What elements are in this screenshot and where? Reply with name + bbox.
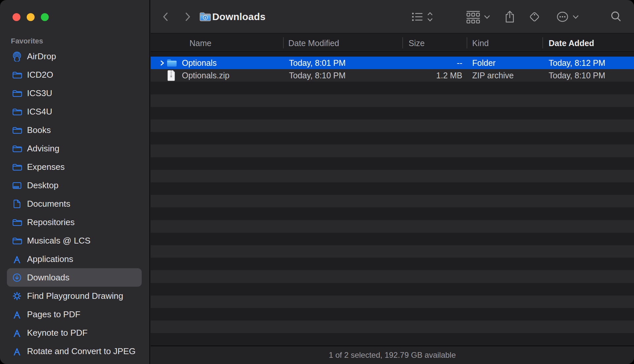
app-store-icon xyxy=(12,328,22,338)
group-by-button[interactable] xyxy=(466,0,491,34)
sidebar-item-icd2o[interactable]: ICD2O xyxy=(7,65,142,84)
folder-icon xyxy=(12,236,22,246)
folder-icon xyxy=(12,217,22,227)
sidebar-item-label: Downloads xyxy=(27,273,70,283)
sidebar: Favorites AirDrop ICD2O ICS3U ICS4U Book… xyxy=(0,0,150,364)
chevron-down-icon xyxy=(485,16,489,18)
forward-button[interactable] xyxy=(184,0,191,34)
folder-icon xyxy=(12,70,22,80)
sidebar-item-label: ICD2O xyxy=(27,70,53,80)
file-date-modified: Today, 8:01 PM xyxy=(289,57,346,69)
column-header-date-added[interactable]: Date Added xyxy=(549,34,594,52)
sidebar-item-label: Expenses xyxy=(27,162,65,172)
desktop-icon xyxy=(12,180,22,191)
sidebar-item-label: Books xyxy=(27,125,51,135)
sidebar-item-rotate-and-convert-to-jpeg[interactable]: Rotate and Convert to JPEG xyxy=(7,342,142,360)
file-date-added: Today, 8:12 PM xyxy=(549,57,605,69)
sidebar-item-label: Desktop xyxy=(27,180,58,191)
file-kind: Folder xyxy=(472,57,496,69)
file-date-modified: Today, 8:10 PM xyxy=(289,69,346,82)
view-options-button[interactable] xyxy=(412,0,435,34)
disclosure-chevron-icon[interactable] xyxy=(160,57,164,69)
sidebar-item-find-playground-drawing[interactable]: Find Playground Drawing xyxy=(7,287,142,305)
sidebar-item-label: Advising xyxy=(27,143,59,154)
sidebar-item-label: Musicals @ LCS xyxy=(27,236,91,246)
folder-icon xyxy=(12,107,22,117)
share-button[interactable] xyxy=(504,0,516,34)
sidebar-item-label: Pages to PDF xyxy=(27,309,80,320)
column-header-name[interactable]: Name xyxy=(189,34,212,52)
file-list: Optionals Today, 8:01 PM -- Folder Today… xyxy=(151,53,634,346)
folder-icon xyxy=(12,162,22,172)
search-button[interactable] xyxy=(610,0,623,34)
sidebar-item-label: Keynote to PDF xyxy=(27,328,88,338)
app-store-icon xyxy=(12,309,22,320)
sidebar-items: AirDrop ICD2O ICS3U ICS4U Books Advising xyxy=(0,47,149,360)
file-row-optionals-zip[interactable]: Optionals.zip Today, 8:10 PM 1.2 MB ZIP … xyxy=(151,69,634,82)
file-kind: ZIP archive xyxy=(472,69,514,82)
file-name: Optionals.zip xyxy=(182,69,230,82)
sort-toggle-icon xyxy=(428,13,432,21)
chevron-down-icon xyxy=(573,16,578,18)
column-divider[interactable] xyxy=(542,37,543,48)
file-name: Optionals xyxy=(182,57,217,69)
zoom-button[interactable] xyxy=(41,13,49,21)
content-area: Downloads xyxy=(151,0,634,364)
folder-icon xyxy=(12,125,22,135)
file-row-optionals[interactable]: Optionals Today, 8:01 PM -- Folder Today… xyxy=(151,57,634,69)
gear-icon xyxy=(12,291,22,301)
sidebar-item-applications[interactable]: Applications xyxy=(7,250,142,268)
sidebar-item-documents[interactable]: Documents xyxy=(7,195,142,213)
more-options-button[interactable] xyxy=(556,0,580,34)
document-icon xyxy=(12,199,22,209)
sidebar-item-keynote-to-pdf[interactable]: Keynote to PDF xyxy=(7,324,142,342)
folder-icon xyxy=(12,143,22,154)
column-divider[interactable] xyxy=(467,37,467,48)
sidebar-item-label: Documents xyxy=(27,199,71,209)
file-size: -- xyxy=(403,57,462,69)
window-title: Downloads xyxy=(212,0,266,34)
sidebar-item-musicals-at-lcs[interactable]: Musicals @ LCS xyxy=(7,231,142,250)
alternating-row-stripes xyxy=(151,57,634,346)
app-store-icon xyxy=(12,254,22,264)
tag-button[interactable] xyxy=(528,0,541,34)
sidebar-item-desktop[interactable]: Desktop xyxy=(7,176,142,195)
app-store-icon xyxy=(12,346,22,356)
column-header-date-modified[interactable]: Date Modified xyxy=(288,34,339,52)
file-date-added: Today, 8:10 PM xyxy=(549,69,605,82)
sidebar-item-books[interactable]: Books xyxy=(7,121,142,139)
status-bar: 1 of 2 selected, 192.79 GB available xyxy=(151,346,634,364)
column-header-size[interactable]: Size xyxy=(409,34,425,52)
sidebar-item-label: ICS3U xyxy=(27,88,52,98)
finder-window: Favorites AirDrop ICD2O ICS3U ICS4U Book… xyxy=(0,0,634,364)
sidebar-item-label: AirDrop xyxy=(27,51,56,62)
column-header-row: Name Date Modified Size Kind Date Added xyxy=(151,34,634,52)
sidebar-item-ics3u[interactable]: ICS3U xyxy=(7,84,142,102)
favorites-section-label: Favorites xyxy=(11,37,43,45)
toolbar: Downloads xyxy=(151,0,634,34)
download-circle-icon xyxy=(12,273,22,283)
sidebar-item-expenses[interactable]: Expenses xyxy=(7,158,142,176)
minimize-button[interactable] xyxy=(27,13,35,21)
sidebar-item-pages-to-pdf[interactable]: Pages to PDF xyxy=(7,305,142,324)
zip-file-icon xyxy=(167,69,176,82)
sidebar-item-label: Repositories xyxy=(27,217,75,227)
column-divider[interactable] xyxy=(402,37,403,48)
sidebar-item-advising[interactable]: Advising xyxy=(7,139,142,158)
close-button[interactable] xyxy=(13,13,20,21)
airdrop-icon xyxy=(12,51,22,62)
column-divider[interactable] xyxy=(283,37,284,48)
sidebar-item-ics4u[interactable]: ICS4U xyxy=(7,102,142,121)
sidebar-item-label: Find Playground Drawing xyxy=(27,291,123,301)
sidebar-item-repositories[interactable]: Repositories xyxy=(7,213,142,231)
sidebar-item-downloads[interactable]: Downloads xyxy=(7,268,142,287)
status-text: 1 of 2 selected, 192.79 GB available xyxy=(329,351,456,360)
back-button[interactable] xyxy=(162,0,170,34)
folder-icon xyxy=(12,88,22,98)
sidebar-item-label: Applications xyxy=(27,254,73,264)
sidebar-item-label: Rotate and Convert to JPEG xyxy=(27,346,136,356)
folder-icon xyxy=(167,57,177,69)
sidebar-item-airdrop[interactable]: AirDrop xyxy=(7,47,142,65)
column-header-kind[interactable]: Kind xyxy=(472,34,489,52)
downloads-folder-icon xyxy=(200,0,211,34)
